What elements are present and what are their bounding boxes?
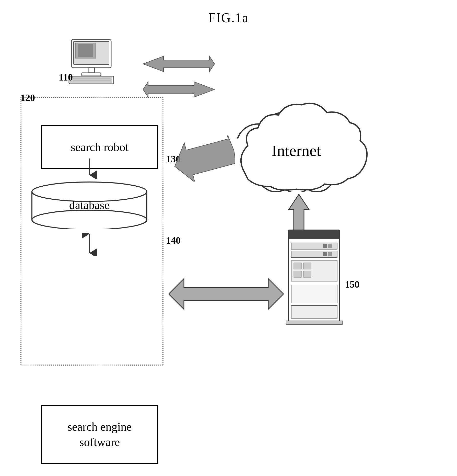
svg-rect-50 — [294, 271, 301, 277]
svg-marker-13 — [143, 82, 215, 97]
svg-rect-51 — [303, 271, 311, 277]
internet-cloud: Internet — [217, 95, 376, 193]
label-120: 120 — [20, 92, 35, 103]
database-container: database — [31, 182, 148, 230]
svg-rect-44 — [328, 244, 332, 248]
search-engine-box: search enginesoftware — [41, 405, 158, 464]
svg-rect-4 — [88, 68, 95, 73]
svg-text:database: database — [69, 199, 110, 212]
svg-rect-46 — [328, 252, 332, 256]
arrow-engine-server — [169, 274, 284, 315]
svg-rect-53 — [291, 305, 337, 318]
svg-rect-49 — [303, 263, 311, 269]
svg-rect-5 — [82, 73, 101, 76]
label-110: 110 — [59, 72, 73, 83]
svg-rect-40 — [289, 230, 340, 239]
search-robot-box: search robot — [41, 125, 158, 169]
svg-rect-54 — [286, 321, 342, 325]
svg-rect-52 — [291, 285, 337, 303]
page-title: FIG.1a — [0, 0, 457, 25]
svg-rect-3 — [78, 44, 93, 57]
server-node: 150 — [281, 228, 360, 331]
computer-node: 110 — [64, 38, 120, 90]
arrow-computer-internet — [138, 54, 215, 101]
arrow-db-to-engine — [82, 233, 97, 257]
label-140: 140 — [166, 235, 181, 246]
svg-point-18 — [32, 210, 147, 229]
svg-text:Internet: Internet — [272, 142, 321, 159]
svg-marker-36 — [171, 135, 235, 182]
svg-marker-12 — [143, 56, 215, 72]
svg-marker-38 — [169, 279, 284, 309]
svg-rect-43 — [323, 244, 327, 248]
search-robot-label: search robot — [71, 140, 128, 154]
arrow-robot-internet — [171, 135, 235, 183]
svg-rect-45 — [323, 252, 327, 256]
arrow-robot-to-db — [82, 158, 97, 180]
svg-rect-48 — [294, 263, 301, 269]
svg-rect-7 — [70, 77, 112, 83]
search-engine-label: search enginesoftware — [67, 419, 132, 450]
diagram: 110 120 search robot — [13, 28, 444, 463]
label-150: 150 — [345, 279, 359, 290]
